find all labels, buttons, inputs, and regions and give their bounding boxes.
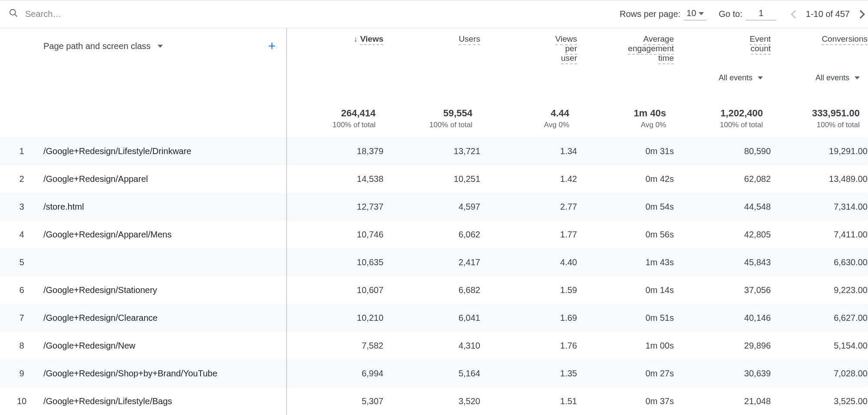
col-header-conversions[interactable]: Conversions (771, 28, 868, 63)
total-conv: 333,951.00 (771, 108, 868, 119)
col-header-avg-engagement-time[interactable]: Averageengagementtime (577, 28, 674, 63)
cell-value: 40,146 (674, 304, 771, 332)
page-path: /Google+Redesign/Apparel (43, 174, 148, 184)
cell-value: 45,843 (674, 248, 771, 276)
cell-value: 10,635 (287, 248, 383, 276)
row-index: 7 (0, 313, 43, 323)
table-row[interactable]: 6/Google+Redesign/Stationery10,6076,6821… (0, 276, 868, 304)
metric-filter[interactable]: All events (674, 73, 771, 82)
metric-filter[interactable]: All events (771, 73, 868, 82)
goto-page: Go to: 1 (719, 8, 776, 20)
total-views: 264,414 (287, 108, 383, 119)
cell-value: 2.77 (480, 193, 577, 221)
cell-value: 1.76 (480, 332, 577, 359)
page-range: 1-10 of 457 (806, 9, 850, 19)
table-row[interactable]: 510,6352,4174.401m 43s45,8436,630.00 (0, 248, 868, 276)
add-dimension-button[interactable]: + (268, 40, 276, 53)
table-row[interactable]: 8/Google+Redesign/New7,5824,3101.761m 00… (0, 332, 868, 359)
goto-input[interactable]: 1 (746, 8, 776, 20)
col-header-users[interactable]: Users (383, 28, 480, 63)
page-path: /store.html (43, 202, 84, 212)
cell-value: 0m 54s (577, 193, 674, 221)
table-row[interactable]: 4/Google+Redesign/Apparel/Mens10,7466,06… (0, 221, 868, 248)
table-row[interactable]: 10/Google+Redesign/Lifestyle/Bags5,3073,… (0, 387, 868, 415)
table-row[interactable]: 1/Google+Redesign/Lifestyle/Drinkware18,… (0, 137, 868, 165)
totals-row: 264,414100% of total 59,554100% of total… (0, 82, 868, 137)
cell-value: 10,607 (287, 276, 383, 304)
cell-value: 4.40 (480, 248, 577, 276)
cell-value: 62,082 (674, 165, 771, 193)
cell-value: 30,639 (674, 359, 771, 387)
cell-value: 5,154.00 (771, 332, 868, 359)
prev-page-button[interactable] (791, 10, 799, 19)
cell-value: 6,062 (383, 221, 480, 248)
table-row[interactable]: 2/Google+Redesign/Apparel14,53810,2511.4… (0, 165, 868, 193)
table-row[interactable]: 9/Google+Redesign/Shop+by+Brand/YouTube6… (0, 359, 868, 387)
page-path: /Google+Redesign/Clearance (43, 313, 158, 323)
cell-value: 14,538 (287, 165, 383, 193)
cell-value: 6,041 (383, 304, 480, 332)
cell-value: 3,520 (383, 387, 480, 415)
col-header-event-count[interactable]: Eventcount (674, 28, 771, 63)
cell-value: 1.35 (480, 359, 577, 387)
cell-value: 42,805 (674, 221, 771, 248)
data-table: Page path and screen class + ↓Views User… (0, 28, 868, 415)
row-index: 6 (0, 285, 43, 295)
search-input[interactable] (24, 9, 198, 20)
total-vpu: 4.44 (480, 108, 577, 119)
table-header: Page path and screen class + ↓Views User… (0, 28, 868, 63)
rows-per-page[interactable]: Rows per page: 10 (620, 8, 706, 20)
cell-value: 37,056 (674, 276, 771, 304)
sort-desc-icon: ↓ (353, 35, 357, 44)
col-header-views[interactable]: ↓Views (287, 28, 383, 63)
cell-value: 6,627.00 (771, 304, 868, 332)
table-row[interactable]: 3/store.html12,7374,5972.770m 54s44,5487… (0, 193, 868, 221)
cell-value: 3,525.00 (771, 387, 868, 415)
cell-value: 7,314.00 (771, 193, 868, 221)
cell-value: 7,411.00 (771, 221, 868, 248)
cell-value: 1.51 (480, 387, 577, 415)
svg-point-0 (10, 10, 16, 15)
pager: 1-10 of 457 (792, 9, 864, 19)
page-path: /Google+Redesign/Stationery (43, 285, 157, 295)
search-wrap (9, 8, 607, 20)
cell-value: 7,028.00 (771, 359, 868, 387)
table-row[interactable]: 7/Google+Redesign/Clearance10,2106,0411.… (0, 304, 868, 332)
row-index: 2 (0, 174, 43, 184)
search-icon (9, 8, 18, 20)
cell-value: 12,737 (287, 193, 383, 221)
row-index: 10 (0, 396, 43, 406)
cell-value: 6,682 (383, 276, 480, 304)
next-page-button[interactable] (856, 10, 865, 19)
table-toolbar: Rows per page: 10 Go to: 1 1-10 of 457 (0, 0, 868, 28)
cell-value: 4,310 (383, 332, 480, 359)
chevron-down-icon (758, 76, 763, 79)
cell-value: 21,048 (674, 387, 771, 415)
row-index: 5 (0, 257, 43, 267)
cell-value: 1.59 (480, 276, 577, 304)
dimension-picker[interactable]: Page path and screen class (43, 41, 163, 51)
cell-value: 5,307 (287, 387, 383, 415)
col-header-views-per-user[interactable]: Viewsperuser (480, 28, 577, 63)
page-path: /Google+Redesign/Lifestyle/Drinkware (43, 146, 191, 156)
cell-value: 1.77 (480, 221, 577, 248)
cell-value: 9,223.00 (771, 276, 868, 304)
page-path: /Google+Redesign/Shop+by+Brand/YouTube (43, 369, 218, 379)
cell-value: 1.42 (480, 165, 577, 193)
page-path: /Google+Redesign/Lifestyle/Bags (43, 396, 172, 406)
cell-value: 10,251 (383, 165, 480, 193)
cell-value: 10,746 (287, 221, 383, 248)
cell-value: 0m 51s (577, 304, 674, 332)
svg-line-1 (15, 14, 17, 16)
cell-value: 0m 14s (577, 276, 674, 304)
cell-value: 4,597 (383, 193, 480, 221)
chevron-down-icon (855, 76, 860, 79)
chevron-down-icon (699, 12, 704, 15)
cell-value: 1.69 (480, 304, 577, 332)
cell-value: 13,489.00 (771, 165, 868, 193)
row-index: 9 (0, 369, 43, 379)
rows-per-page-value[interactable]: 10 (684, 8, 706, 20)
cell-value: 0m 42s (577, 165, 674, 193)
cell-value: 1.34 (480, 137, 577, 165)
cell-value: 5,164 (383, 359, 480, 387)
